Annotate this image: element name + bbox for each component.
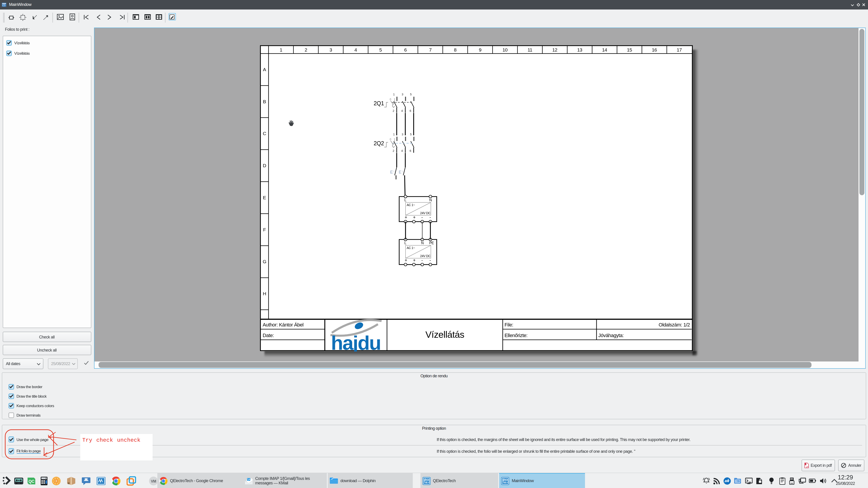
- svg-text:Oldalszám: 1/2: Oldalszám: 1/2: [658, 322, 690, 327]
- svg-text:1: 1: [393, 92, 395, 96]
- svg-text:3: 3: [401, 92, 403, 96]
- svg-text:Jóváhagyta:: Jóváhagyta:: [598, 332, 623, 338]
- svg-text:10: 10: [502, 47, 507, 52]
- svg-text:-: -: [429, 215, 431, 220]
- svg-text:2Q2: 2Q2: [373, 140, 383, 146]
- svg-text:1: 1: [393, 132, 395, 136]
- svg-text:9: 9: [478, 47, 481, 52]
- svg-text:5: 5: [410, 132, 411, 136]
- svg-text:E: E: [399, 170, 401, 174]
- svg-text:4: 4: [401, 109, 403, 112]
- svg-text:24V DC: 24V DC: [420, 211, 430, 215]
- svg-text:-: -: [421, 258, 423, 263]
- svg-text:1: 1: [394, 98, 395, 101]
- svg-text:File:: File:: [504, 322, 513, 327]
- svg-text:6: 6: [409, 109, 411, 112]
- svg-text:2Q1: 2Q1: [373, 100, 383, 106]
- svg-text:-: -: [429, 258, 431, 263]
- svg-text:G: G: [262, 259, 266, 264]
- svg-text:7: 7: [429, 47, 431, 52]
- svg-text:-: -: [421, 215, 423, 220]
- svg-text:H: H: [263, 291, 266, 296]
- svg-text:13: 13: [577, 47, 582, 52]
- svg-text:11: 11: [527, 47, 532, 52]
- svg-text:D: D: [263, 163, 266, 168]
- svg-text:24V DC: 24V DC: [420, 254, 430, 258]
- svg-text:E: E: [263, 195, 266, 200]
- svg-text:8: 8: [454, 47, 456, 52]
- svg-text:Ellenőrizte:: Ellenőrizte:: [504, 332, 527, 338]
- svg-text:N: N: [429, 198, 432, 202]
- svg-text:0: 0: [390, 98, 391, 101]
- svg-text:6: 6: [409, 149, 411, 152]
- svg-text:A: A: [263, 67, 266, 72]
- svg-text:PE: PE: [429, 241, 434, 245]
- svg-text:QC: QC: [29, 479, 34, 484]
- svg-text:L: L: [404, 198, 406, 202]
- svg-text:E: E: [390, 170, 393, 174]
- svg-text:2: 2: [305, 47, 307, 52]
- svg-text:+: +: [404, 215, 407, 220]
- svg-text:1: 1: [280, 47, 282, 52]
- svg-text:2: 2: [393, 109, 394, 112]
- svg-text:17: 17: [677, 47, 682, 52]
- svg-text:-: -: [393, 169, 394, 173]
- svg-text:+: +: [404, 258, 407, 263]
- svg-text:-: -: [402, 169, 403, 173]
- svg-text:+: +: [413, 215, 415, 220]
- svg-text:6: 6: [404, 47, 406, 52]
- svg-text:Author: Kántor Ábel: Author: Kántor Ábel: [262, 322, 303, 327]
- svg-text:3: 3: [329, 47, 332, 52]
- svg-text:5: 5: [379, 47, 381, 52]
- svg-text:15: 15: [627, 47, 632, 52]
- svg-text:5: 5: [410, 92, 411, 96]
- svg-text:AC 1~: AC 1~: [406, 203, 415, 206]
- svg-text:3: 3: [401, 132, 403, 136]
- svg-text:AC 1~: AC 1~: [406, 246, 415, 250]
- svg-text:4: 4: [354, 47, 357, 52]
- svg-text:+: +: [413, 258, 415, 263]
- svg-text:N: N: [421, 241, 423, 245]
- svg-text:0: 0: [45, 477, 46, 479]
- svg-text:L: L: [404, 241, 406, 245]
- svg-text:hajdu: hajdu: [331, 331, 380, 351]
- svg-text:0: 0: [390, 138, 391, 141]
- svg-text:4: 4: [401, 149, 403, 152]
- svg-text:1: 1: [394, 138, 395, 141]
- svg-text:F: F: [263, 227, 266, 232]
- svg-text:Date:: Date:: [262, 332, 274, 338]
- svg-text:2: 2: [393, 149, 394, 152]
- svg-text:14: 14: [602, 47, 607, 52]
- svg-text:B: B: [263, 99, 266, 104]
- svg-text:16: 16: [652, 47, 657, 52]
- svg-text:Vízellátás: Vízellátás: [425, 329, 464, 339]
- svg-text:C: C: [263, 131, 266, 136]
- svg-text:VM: VM: [151, 479, 156, 483]
- svg-text:12: 12: [552, 47, 557, 52]
